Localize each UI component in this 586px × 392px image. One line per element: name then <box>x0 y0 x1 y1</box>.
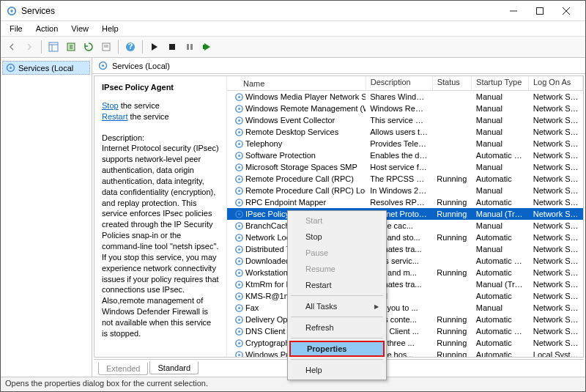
tab-standard[interactable]: Standard <box>149 361 199 374</box>
start-service-button[interactable] <box>146 39 163 55</box>
service-name: Microsoft Storage Spaces SMP <box>245 163 357 171</box>
service-name: Windows Remote Management (WS-Mana... <box>245 104 366 113</box>
services-icon <box>7 6 17 16</box>
ctx-separator <box>291 359 383 360</box>
service-startup: Automatic <box>472 174 529 183</box>
tab-extended[interactable]: Extended <box>98 363 148 375</box>
service-row[interactable]: Windows Remote Management (WS-Mana...Win… <box>227 103 583 114</box>
col-name[interactable]: Name <box>227 76 366 90</box>
service-startup: Manual <box>472 245 529 254</box>
pause-service-button[interactable] <box>182 39 198 55</box>
service-startup: Automatic <box>472 198 529 207</box>
service-row[interactable]: Downloaded Maps Ma dows servic...Automat… <box>227 255 583 267</box>
stop-link[interactable]: Stop <box>102 101 119 110</box>
description-label: Description: <box>102 133 219 144</box>
ctx-restart[interactable]: Restart <box>289 277 385 293</box>
col-startup-type[interactable]: Startup Type <box>472 76 529 90</box>
service-row[interactable]: Remote Procedure Call (RPC) LocatorIn Wi… <box>227 185 583 196</box>
service-status: Running <box>432 268 471 277</box>
service-row[interactable]: BranchCache ervice cac...ManualNetwork S… <box>227 220 583 232</box>
service-description: Resolves RPC in... <box>366 198 432 207</box>
menu-view[interactable]: View <box>65 23 94 34</box>
service-logon: Network Se... <box>529 327 583 336</box>
svg-point-46 <box>238 225 240 227</box>
service-row[interactable]: KtmRm for Distributed ordinates tra...Ma… <box>227 278 583 290</box>
service-logon: Network Se... <box>529 256 583 265</box>
service-row[interactable]: Microsoft Storage Spaces SMPHost service… <box>227 161 583 173</box>
svg-point-42 <box>238 201 240 204</box>
service-logon: Network Se... <box>529 104 583 113</box>
context-menu: Start Stop Pause Resume Restart All Task… <box>287 210 387 380</box>
service-row[interactable]: Distributed Transaction ordinates tra...… <box>227 243 583 255</box>
ctx-properties[interactable]: Properties <box>289 341 385 357</box>
service-logon: Network Se... <box>529 221 583 230</box>
col-status[interactable]: Status <box>433 76 472 90</box>
menu-action[interactable]: Action <box>30 23 64 34</box>
svg-rect-15 <box>169 44 175 50</box>
gear-icon <box>234 163 244 172</box>
service-logon: Network Se... <box>529 151 583 160</box>
properties-button[interactable] <box>98 39 114 55</box>
forward-button[interactable] <box>21 39 37 55</box>
service-row[interactable]: Remote Procedure Call (RPC)The RPCSS ser… <box>227 173 583 185</box>
service-startup: Manual <box>472 104 529 113</box>
service-description: Shares Window... <box>366 92 432 101</box>
stop-service-button[interactable] <box>164 39 180 55</box>
svg-point-52 <box>238 260 240 262</box>
menu-help[interactable]: Help <box>96 23 125 34</box>
service-row[interactable]: Software ProtectionEnables the do...Auto… <box>227 149 583 161</box>
col-description[interactable]: Description <box>366 76 433 90</box>
service-row[interactable]: Workstation ates and m...RunningAutomati… <box>227 267 583 278</box>
service-row[interactable]: Windows Push Notific ervice hos...Runnin… <box>227 349 583 357</box>
svg-point-64 <box>238 330 240 333</box>
service-row[interactable]: Windows Event CollectorThis service ma..… <box>227 114 583 126</box>
ctx-pause[interactable]: Pause <box>289 245 385 261</box>
service-row[interactable]: TelephonyProvides Teleph...ManualNetwork… <box>227 138 583 149</box>
service-row[interactable]: Cryptographic Service ides three ...Runn… <box>227 337 583 349</box>
close-button[interactable] <box>553 2 579 20</box>
export-list-button[interactable] <box>63 39 79 55</box>
ctx-all-tasks[interactable]: All Tasks <box>289 298 385 314</box>
service-row[interactable]: KMS-R@1n FinalAutomaticNetwork Se... <box>227 290 583 302</box>
service-row[interactable]: Windows Media Player Network Sharing S..… <box>227 91 583 103</box>
ctx-refresh[interactable]: Refresh <box>289 319 385 336</box>
back-button[interactable] <box>4 39 20 55</box>
ctx-resume[interactable]: Resume <box>289 261 385 277</box>
help-button[interactable]: ? <box>122 39 138 55</box>
gear-icon <box>234 245 244 254</box>
maximize-button[interactable] <box>527 2 553 20</box>
tree-node-services-local[interactable]: Services (Local <box>2 61 90 75</box>
svg-point-56 <box>238 284 240 286</box>
ctx-help[interactable]: Help <box>289 362 385 378</box>
minimize-button[interactable] <box>500 2 527 20</box>
service-logon: Network Se... <box>529 116 583 125</box>
svg-point-30 <box>238 131 240 133</box>
service-startup: Manual <box>472 186 529 195</box>
service-row[interactable]: Remote Desktop ServicesAllows users to .… <box>227 126 583 138</box>
service-row[interactable]: Fax ples you to ...ManualNetwork Se... <box>227 302 583 314</box>
menu-file[interactable]: File <box>4 23 29 34</box>
detail-restart-line: Restart the service <box>102 111 219 122</box>
refresh-button[interactable] <box>81 39 97 55</box>
service-logon: Network Se... <box>529 186 583 195</box>
service-startup: Manual <box>472 139 529 148</box>
col-logon-as[interactable]: Log On As <box>529 76 583 90</box>
svg-point-26 <box>238 108 240 110</box>
svg-point-38 <box>238 178 240 180</box>
restart-link[interactable]: Restart <box>102 112 127 121</box>
service-row[interactable]: Network Location Awa ects and sto...Runn… <box>227 232 583 243</box>
ctx-stop[interactable]: Stop <box>289 229 385 245</box>
service-logon: Network Se... <box>529 303 583 312</box>
show-hide-tree-button[interactable] <box>45 39 62 55</box>
service-logon: Network Se... <box>529 127 583 136</box>
restart-service-button[interactable] <box>199 39 215 55</box>
svg-rect-17 <box>190 44 193 50</box>
service-row[interactable]: IPsec Policy AgentInternet Protoc...Runn… <box>227 208 583 220</box>
gear-icon <box>234 104 244 114</box>
service-row[interactable]: RPC Endpoint MapperResolves RPC in...Run… <box>227 196 583 208</box>
svg-point-58 <box>238 295 240 297</box>
ctx-start[interactable]: Start <box>289 212 385 229</box>
service-row[interactable]: Delivery Optimization orms conte...Runni… <box>227 314 583 325</box>
service-row[interactable]: DNS Client DNS Client ...RunningAutomati… <box>227 325 583 337</box>
service-description: Provides Teleph... <box>366 139 432 148</box>
